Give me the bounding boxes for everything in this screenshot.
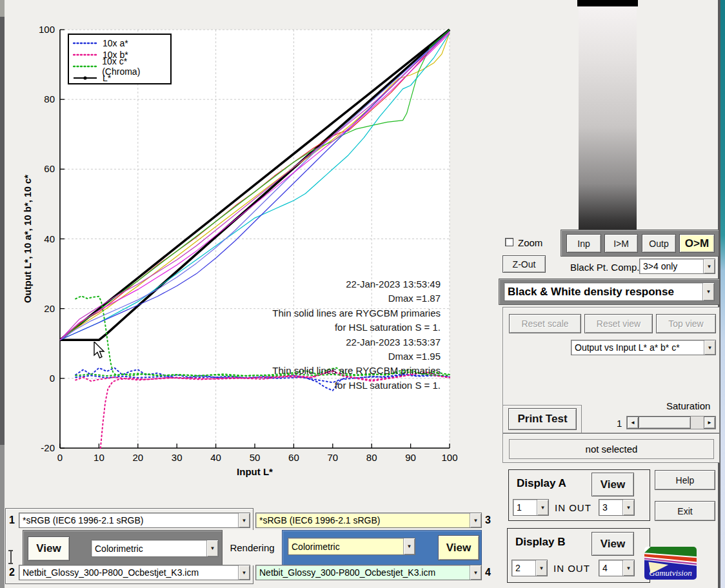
- slider-right-arrow-icon[interactable]: ►: [704, 416, 715, 429]
- o-to-m-button[interactable]: O>M: [679, 234, 715, 253]
- slider-track[interactable]: [639, 416, 704, 429]
- rendering-label-strip: Rendering: [223, 530, 282, 565]
- mode-dropdown[interactable]: Black & White density response ▼: [504, 282, 715, 301]
- help-button[interactable]: Help: [655, 470, 715, 490]
- window-left-edge-top: [0, 0, 5, 17]
- profile-1-dropdown[interactable]: *sRGB (IEC6 1996-2.1 sRGB) ▼: [19, 513, 250, 528]
- annotation-line: Thin solid lines are RYGCBM primaries: [208, 306, 441, 320]
- profile-4-value: Netbit_Glossy_300-P800_Ocbestjet_K3.icm: [256, 567, 470, 578]
- display-a-view-label: View: [601, 478, 625, 491]
- legend-entry: 10x c* (Chroma): [73, 61, 166, 72]
- reset-view-button[interactable]: Reset view: [584, 314, 653, 333]
- x-tick-label: 30: [172, 452, 183, 463]
- dropdown-arrow-icon[interactable]: ▼: [470, 513, 481, 527]
- inp-button-label: Inp: [577, 239, 590, 249]
- outp-button-label: Outp: [649, 239, 668, 249]
- i-to-m-button[interactable]: I>M: [604, 234, 638, 253]
- saturation-slider[interactable]: ◄ ►: [626, 416, 716, 429]
- dropdown-arrow-icon[interactable]: ▼: [535, 560, 547, 576]
- print-test-button[interactable]: Print Test: [508, 408, 577, 430]
- dropdown-arrow-icon[interactable]: ▼: [470, 565, 481, 580]
- display-a-in-dropdown[interactable]: 1 ▼: [513, 499, 549, 516]
- display-b-title: Display B: [515, 536, 565, 549]
- plot-type-value: Output vs Input L* a* b* c*: [571, 342, 704, 353]
- display-b-out-dropdown[interactable]: 4 ▼: [599, 560, 635, 576]
- x-tick-label: 70: [327, 452, 338, 463]
- exit-button[interactable]: Exit: [655, 501, 715, 521]
- dropdown-arrow-icon[interactable]: ▼: [622, 500, 634, 515]
- intent-right-dropdown[interactable]: Colorimetric ▼: [288, 538, 415, 555]
- exit-button-label: Exit: [677, 506, 692, 516]
- slot-4-label: 4: [485, 567, 491, 578]
- display-b-inout-label: IN OUT: [553, 563, 590, 574]
- intent-right-value: Colorimetric: [288, 542, 403, 552]
- x-tick-label: 50: [250, 452, 261, 463]
- display-a-out-value: 3: [599, 502, 622, 513]
- display-b-view-button[interactable]: View: [591, 532, 634, 556]
- grayscale-wedge: [579, 0, 637, 230]
- y-tick-label: 0: [50, 373, 55, 384]
- profile-2-dropdown[interactable]: Netbit_Glossy_300-P800_Ocbestjet_K3.icm …: [19, 565, 250, 580]
- dropdown-arrow-icon[interactable]: ▼: [206, 540, 218, 556]
- plot-type-dropdown[interactable]: Output vs Input L* a* b* c* ▼: [571, 340, 716, 355]
- black-pt-comp-label: Black Pt. Comp.: [570, 262, 640, 273]
- dropdown-arrow-icon[interactable]: ▼: [702, 283, 714, 300]
- zoom-checkbox[interactable]: [505, 238, 513, 246]
- print-test-label: Print Test: [517, 413, 567, 426]
- help-button-label: Help: [676, 475, 695, 485]
- desktop-strip: [720, 0, 725, 588]
- slider-left-arrow-icon[interactable]: ◄: [627, 416, 639, 429]
- outp-button[interactable]: Outp: [642, 234, 676, 253]
- display-b-in-dropdown[interactable]: 2 ▼: [511, 560, 548, 576]
- inp-button[interactable]: Inp: [566, 234, 601, 253]
- render-panel-left: View Colorimetric ▼: [23, 530, 223, 565]
- zoom-checkbox-label: Zoom: [518, 237, 542, 248]
- legend-swatch-icon: [73, 63, 97, 70]
- status-text: not selected: [586, 444, 638, 455]
- annotation-line: for HSL saturation S = 1.: [208, 320, 441, 335]
- display-a-out-dropdown[interactable]: 3 ▼: [599, 499, 635, 516]
- chart-annotations: 22-Jan-2023 13:53:49Dmax =1.87Thin solid…: [208, 277, 441, 393]
- dropdown-arrow-icon[interactable]: ▼: [622, 560, 634, 576]
- mode-dropdown-value: Black & White density response: [504, 286, 702, 299]
- x-tick-label: 0: [57, 452, 63, 463]
- slider-thumb[interactable]: [639, 416, 691, 429]
- chart-legend: 10x a*10x b*10x c* (Chroma)L*: [68, 34, 172, 84]
- z-out-button-label: Z-Out: [513, 259, 536, 270]
- x-tick-label: 20: [132, 452, 143, 463]
- dropdown-arrow-icon[interactable]: ▼: [537, 500, 548, 515]
- slot-1-label: 1: [9, 514, 15, 526]
- display-a-view-button[interactable]: View: [591, 473, 634, 496]
- view-left-button[interactable]: View: [28, 536, 70, 561]
- y-tick-label: 100: [39, 24, 55, 35]
- dropdown-arrow-icon[interactable]: ▼: [238, 513, 250, 527]
- z-out-button[interactable]: Z-Out: [502, 255, 546, 273]
- x-tick-label: 40: [210, 452, 221, 463]
- view-left-label: View: [36, 542, 61, 555]
- slot-2-label: 2: [9, 567, 15, 578]
- status-readout: not selected: [509, 439, 714, 459]
- dropdown-arrow-icon[interactable]: ▼: [704, 340, 715, 355]
- intent-left-dropdown[interactable]: Colorimetric ▼: [91, 540, 219, 557]
- top-view-button[interactable]: Top view: [656, 314, 716, 333]
- black-pt-comp-dropdown[interactable]: 3>4 only ▼: [639, 259, 715, 274]
- mouse-cursor-icon: [94, 342, 108, 361]
- render-panel-right: Colorimetric ▼ View: [282, 530, 482, 565]
- legend-swatch-icon: [73, 52, 97, 58]
- y-tick-label: 60: [44, 163, 55, 174]
- x-tick-label: 80: [366, 452, 377, 463]
- dropdown-arrow-icon[interactable]: ▼: [703, 259, 715, 273]
- annotation-line: 22-Jan-2023 13:53:37: [208, 335, 441, 349]
- x-tick-label: 100: [441, 452, 457, 463]
- profile-3-dropdown[interactable]: *sRGB (IEC6 1996-2.1 sRGB) ▼: [255, 513, 482, 528]
- profile-4-dropdown[interactable]: Netbit_Glossy_300-P800_Ocbestjet_K3.icm …: [255, 565, 482, 580]
- display-b-view-label: View: [601, 538, 625, 551]
- view-right-button[interactable]: View: [438, 535, 479, 560]
- dropdown-arrow-icon[interactable]: ▼: [403, 538, 415, 554]
- display-b-box: Display B View 2 ▼ IN OUT 4 ▼: [507, 528, 650, 583]
- reset-scale-button[interactable]: Reset scale: [509, 314, 581, 333]
- mode-dropdown-frame: Black & White density response ▼: [499, 279, 720, 305]
- window-left-edge-bottom: [0, 445, 5, 588]
- saturation-value: 1: [617, 418, 622, 429]
- dropdown-arrow-icon[interactable]: ▼: [238, 565, 250, 580]
